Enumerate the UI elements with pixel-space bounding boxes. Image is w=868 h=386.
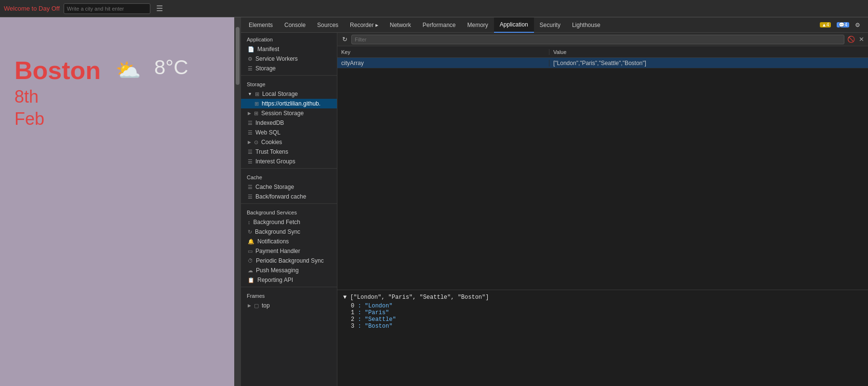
array-item-3: 3 : "Boston" bbox=[343, 323, 862, 330]
sidebar-item-storage-top[interactable]: ☰ Storage bbox=[241, 64, 337, 73]
cookies-icon: ⊙ bbox=[254, 139, 258, 146]
city-search-input[interactable] bbox=[64, 3, 150, 14]
tab-console[interactable]: Console bbox=[279, 17, 311, 33]
sidebar-item-label: Storage bbox=[255, 65, 276, 72]
table-cell-key: cityArray bbox=[337, 60, 549, 67]
divider-2 bbox=[241, 168, 337, 169]
page-title: Welcome to Day Off bbox=[4, 5, 60, 12]
settings-button[interactable]: ⚙ bbox=[853, 21, 862, 29]
sidebar-item-payment-handler[interactable]: ▭ Payment Handler bbox=[241, 246, 337, 256]
expand-arrow-icon: ▶ bbox=[248, 140, 251, 145]
table-cell-value: ["London","Paris","Seattle","Boston"] bbox=[549, 60, 868, 67]
local-storage-icon: ⊞ bbox=[255, 91, 259, 97]
sidebar-item-label: Cache Storage bbox=[255, 184, 294, 190]
nav-icons: ▲4 💬4 ⚙ bbox=[818, 21, 866, 29]
sidebar-item-cookies[interactable]: ▶ ⊙ Cookies bbox=[241, 137, 337, 147]
sidebar-item-local-storage-url[interactable]: ⊞ https://ortizlilian.github. bbox=[241, 99, 337, 108]
main-layout: Boston 8th Feb ⛅ 8°C Elements Console So… bbox=[0, 17, 868, 386]
tab-network[interactable]: Network bbox=[384, 17, 417, 33]
cache-section-header: Cache bbox=[241, 171, 337, 182]
tab-recorder[interactable]: Recorder ▸ bbox=[344, 17, 384, 33]
col-value-header: Value bbox=[549, 49, 868, 55]
frames-section-header: Frames bbox=[241, 289, 337, 301]
tab-elements[interactable]: Elements bbox=[243, 17, 279, 33]
scroll-bar[interactable] bbox=[234, 17, 241, 386]
devtools-main-panel: ↻ 🚫 ✕ Key Value cityArray ["London","Par… bbox=[337, 33, 868, 386]
sidebar-item-session-storage[interactable]: ▶ ⊞ Session Storage bbox=[241, 108, 337, 118]
sidebar-item-local-storage[interactable]: ▼ ⊞ Local Storage bbox=[241, 89, 337, 99]
filter-input[interactable] bbox=[351, 35, 844, 44]
sidebar-item-label: Session Storage bbox=[261, 110, 304, 117]
refresh-button[interactable]: ↻ bbox=[340, 35, 349, 44]
chat-count-button[interactable]: 💬4 bbox=[835, 21, 851, 28]
tab-sources[interactable]: Sources bbox=[311, 17, 344, 33]
table-body: cityArray ["London","Paris","Seattle","B… bbox=[337, 58, 868, 290]
indexeddb-icon: ☰ bbox=[248, 120, 253, 126]
tab-memory[interactable]: Memory bbox=[462, 17, 494, 33]
sidebar-item-label: Interest Groups bbox=[255, 158, 295, 165]
sidebar-item-notifications[interactable]: 🔔 Notifications bbox=[241, 237, 337, 246]
sidebar-item-label: Background Fetch bbox=[254, 219, 300, 226]
warn-count-button[interactable]: ▲4 bbox=[818, 21, 833, 28]
sidebar-item-cache-storage[interactable]: ☰ Cache Storage bbox=[241, 182, 337, 192]
tab-application[interactable]: Application bbox=[494, 17, 534, 33]
session-storage-icon: ⊞ bbox=[254, 110, 258, 117]
main-toolbar: ↻ 🚫 ✕ bbox=[337, 33, 868, 46]
tab-security[interactable]: Security bbox=[534, 17, 566, 33]
devtools-panel: Elements Console Sources Recorder ▸ Netw… bbox=[241, 17, 868, 386]
sidebar-item-service-workers[interactable]: ⚙ Service Workers bbox=[241, 54, 337, 64]
hamburger-button[interactable]: ☰ bbox=[154, 2, 165, 15]
sidebar-item-periodic-bg-sync[interactable]: ⏱ Periodic Background Sync bbox=[241, 256, 337, 266]
cache-storage-icon: ☰ bbox=[248, 184, 253, 190]
sidebar-item-back-forward-cache[interactable]: ☰ Back/forward cache bbox=[241, 192, 337, 201]
divider-4 bbox=[241, 287, 337, 287]
app-date-line1: 8th bbox=[14, 87, 227, 107]
reporting-api-icon: 📋 bbox=[248, 277, 254, 283]
periodic-bg-sync-icon: ⏱ bbox=[248, 258, 253, 264]
page-title-area: Welcome to Day Off bbox=[4, 5, 60, 12]
sidebar-item-label: Payment Handler bbox=[255, 248, 300, 254]
tab-performance[interactable]: Performance bbox=[417, 17, 462, 33]
devtools-sidebar: Application 📄 Manifest ⚙ Service Workers… bbox=[241, 33, 337, 386]
top-bar: Welcome to Day Off ☰ bbox=[0, 0, 868, 17]
table-row[interactable]: cityArray ["London","Paris","Seattle","B… bbox=[337, 58, 868, 68]
sidebar-item-frames-top[interactable]: ▶ ▢ top bbox=[241, 301, 337, 310]
sidebar-item-push-messaging[interactable]: ☁ Push Messaging bbox=[241, 266, 337, 275]
divider-1 bbox=[241, 75, 337, 76]
scroll-thumb[interactable] bbox=[236, 27, 240, 85]
back-forward-cache-icon: ☰ bbox=[248, 194, 253, 200]
sidebar-item-trust-tokens[interactable]: ☰ Trust Tokens bbox=[241, 147, 337, 157]
sidebar-item-label: https://ortizlilian.github. bbox=[262, 100, 320, 107]
clear-filter-button[interactable]: 🚫 bbox=[846, 35, 856, 44]
sidebar-item-interest-groups[interactable]: ☰ Interest Groups bbox=[241, 157, 337, 166]
sidebar-item-reporting-api[interactable]: 📋 Reporting API bbox=[241, 275, 337, 285]
sidebar-item-label: Web SQL bbox=[255, 129, 280, 136]
sidebar-item-label: Service Workers bbox=[255, 55, 298, 62]
array-item-1: 1 : "Paris" bbox=[343, 309, 862, 316]
array-item-2: 2 : "Seattle" bbox=[343, 316, 862, 323]
sidebar-item-websql[interactable]: ☰ Web SQL bbox=[241, 128, 337, 137]
sidebar-item-manifest[interactable]: 📄 Manifest bbox=[241, 44, 337, 54]
sidebar-item-label: Notifications bbox=[257, 238, 289, 245]
sidebar-item-indexeddb[interactable]: ☰ IndexedDB bbox=[241, 118, 337, 128]
tab-lighthouse[interactable]: Lighthouse bbox=[566, 17, 606, 33]
sidebar-item-label: Reporting API bbox=[257, 277, 293, 283]
table-header: Key Value bbox=[337, 46, 868, 58]
sidebar-item-background-sync[interactable]: ↻ Background Sync bbox=[241, 227, 337, 237]
app-cloud-icon: ⛅ bbox=[116, 58, 141, 82]
payment-handler-icon: ▭ bbox=[248, 248, 253, 254]
bg-services-section-header: Background Services bbox=[241, 206, 337, 217]
expand-arrow-icon: ▶ bbox=[248, 303, 251, 308]
frames-top-icon: ▢ bbox=[254, 303, 259, 309]
close-button[interactable]: ✕ bbox=[858, 35, 865, 44]
sidebar-item-background-fetch[interactable]: ↕ Background Fetch bbox=[241, 217, 337, 227]
info-badge: 💬4 bbox=[837, 22, 849, 27]
app-preview-pane: Boston 8th Feb ⛅ 8°C bbox=[0, 17, 241, 386]
notifications-icon: 🔔 bbox=[248, 239, 254, 245]
expand-arrow-icon: ▶ bbox=[248, 111, 251, 116]
array-item-0: 0 : "London" bbox=[343, 303, 862, 309]
background-sync-icon: ↻ bbox=[248, 229, 252, 235]
divider-3 bbox=[241, 203, 337, 204]
interest-groups-icon: ☰ bbox=[248, 159, 253, 165]
service-workers-icon: ⚙ bbox=[248, 56, 253, 62]
